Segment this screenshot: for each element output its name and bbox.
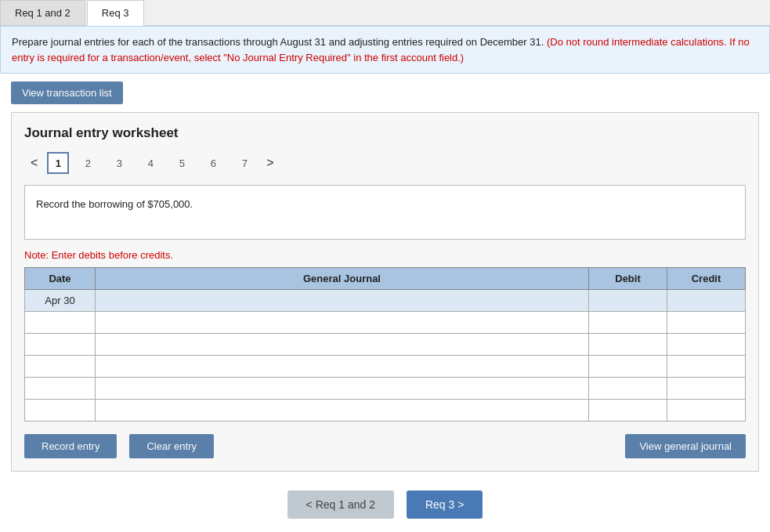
- table-row: [25, 378, 746, 400]
- table-row: Apr 30: [25, 290, 746, 312]
- pagination: < 1 2 3 4 5 6 7 >: [24, 152, 746, 174]
- credit-cell-5[interactable]: [667, 378, 746, 400]
- bottom-nav: < Req 1 and 2 Req 3 >: [0, 490, 770, 532]
- debit-input-1[interactable]: [592, 290, 663, 311]
- debit-cell-3[interactable]: [589, 334, 667, 356]
- page-1[interactable]: 1: [47, 152, 69, 174]
- gj-input-5[interactable]: [99, 378, 585, 399]
- table-row: [25, 334, 746, 356]
- col-debit: Debit: [589, 268, 667, 290]
- gj-cell-5[interactable]: [96, 378, 589, 400]
- gj-cell-1[interactable]: [96, 290, 589, 312]
- gj-input-1[interactable]: [99, 290, 585, 311]
- page-7[interactable]: 7: [233, 152, 255, 174]
- credit-input-3[interactable]: [671, 334, 742, 355]
- debit-cell-4[interactable]: [589, 356, 667, 378]
- credit-cell-3[interactable]: [667, 334, 746, 356]
- credit-input-1[interactable]: [671, 290, 742, 311]
- debit-input-2[interactable]: [592, 312, 663, 333]
- debit-cell-1[interactable]: [589, 290, 667, 312]
- credit-cell-6[interactable]: [667, 400, 746, 422]
- info-main-text: Prepare journal entries for each of the …: [12, 36, 544, 48]
- debit-input-5[interactable]: [592, 378, 663, 399]
- info-box: Prepare journal entries for each of the …: [0, 26, 770, 74]
- worksheet-container: Journal entry worksheet < 1 2 3 4 5 6 7 …: [11, 112, 759, 472]
- view-general-journal-button[interactable]: View general journal: [625, 434, 746, 458]
- credit-cell-1[interactable]: [667, 290, 746, 312]
- col-date: Date: [25, 268, 96, 290]
- page-2[interactable]: 2: [77, 152, 99, 174]
- next-page-arrow[interactable]: >: [260, 153, 280, 173]
- credit-input-6[interactable]: [671, 400, 742, 421]
- page-4[interactable]: 4: [139, 152, 161, 174]
- date-cell-2: [25, 312, 96, 334]
- debit-cell-2[interactable]: [589, 312, 667, 334]
- page-5[interactable]: 5: [171, 152, 193, 174]
- date-cell-6: [25, 400, 96, 422]
- instruction-box: Record the borrowing of $705,000.: [24, 185, 746, 240]
- tab-req3[interactable]: Req 3: [87, 0, 144, 26]
- table-row: [25, 356, 746, 378]
- gj-input-6[interactable]: [99, 400, 585, 421]
- prev-page-arrow[interactable]: <: [24, 153, 44, 173]
- credit-input-2[interactable]: [671, 312, 742, 333]
- table-row: [25, 400, 746, 422]
- col-general-journal: General Journal: [96, 268, 589, 290]
- journal-table: Date General Journal Debit Credit Apr 30: [24, 267, 746, 422]
- next-nav-button[interactable]: Req 3 >: [407, 490, 483, 519]
- col-credit: Credit: [667, 268, 746, 290]
- action-buttons: Record entry Clear entry View general jo…: [24, 434, 746, 458]
- record-entry-button[interactable]: Record entry: [24, 434, 117, 458]
- date-cell-5: [25, 378, 96, 400]
- instruction-text: Record the borrowing of $705,000.: [36, 198, 193, 210]
- date-cell-4: [25, 356, 96, 378]
- tabs-bar: Req 1 and 2 Req 3: [0, 0, 770, 26]
- debit-input-3[interactable]: [592, 334, 663, 355]
- credit-cell-4[interactable]: [667, 356, 746, 378]
- debit-input-6[interactable]: [592, 400, 663, 421]
- debit-cell-6[interactable]: [589, 400, 667, 422]
- debit-cell-5[interactable]: [589, 378, 667, 400]
- worksheet-title: Journal entry worksheet: [24, 125, 746, 141]
- credit-input-4[interactable]: [671, 356, 742, 377]
- credit-input-5[interactable]: [671, 378, 742, 399]
- date-cell-3: [25, 334, 96, 356]
- date-cell-1: Apr 30: [25, 290, 96, 312]
- gj-cell-3[interactable]: [96, 334, 589, 356]
- note-text: Note: Enter debits before credits.: [24, 249, 746, 261]
- gj-cell-2[interactable]: [96, 312, 589, 334]
- gj-cell-6[interactable]: [96, 400, 589, 422]
- clear-entry-button[interactable]: Clear entry: [129, 434, 214, 458]
- tab-req12[interactable]: Req 1 and 2: [0, 0, 85, 25]
- page-6[interactable]: 6: [202, 152, 224, 174]
- table-row: [25, 312, 746, 334]
- gj-input-2[interactable]: [99, 312, 585, 333]
- page-3[interactable]: 3: [108, 152, 130, 174]
- gj-input-3[interactable]: [99, 334, 585, 355]
- credit-cell-2[interactable]: [667, 312, 746, 334]
- gj-cell-4[interactable]: [96, 356, 589, 378]
- view-transaction-button[interactable]: View transaction list: [11, 81, 123, 104]
- gj-input-4[interactable]: [99, 356, 585, 377]
- prev-nav-button[interactable]: < Req 1 and 2: [287, 490, 394, 519]
- debit-input-4[interactable]: [592, 356, 663, 377]
